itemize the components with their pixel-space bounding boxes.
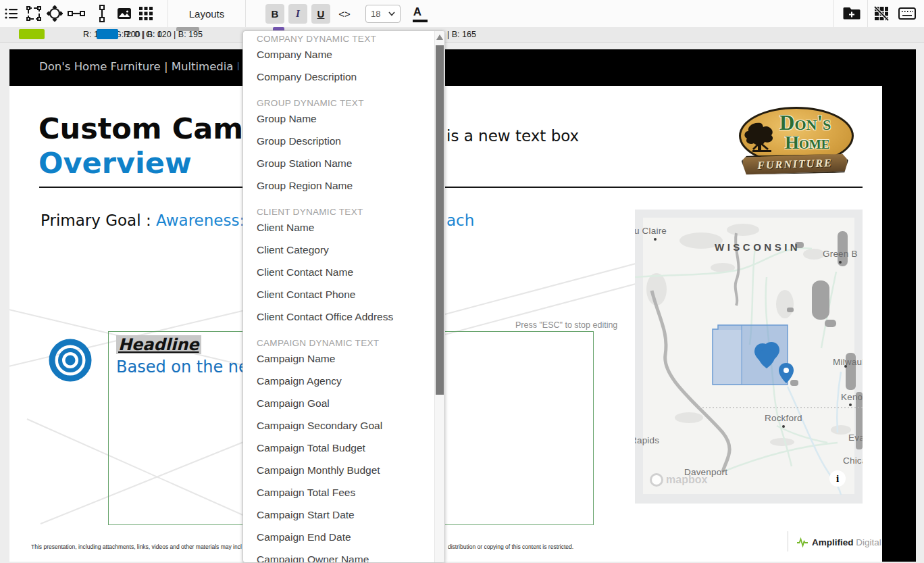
map-city-label: Green B bbox=[823, 249, 858, 259]
keyboard-icon[interactable] bbox=[898, 5, 916, 22]
bold-button[interactable]: B bbox=[265, 4, 284, 24]
add-folder-icon[interactable] bbox=[843, 5, 861, 22]
text-color-glyph: A bbox=[413, 5, 422, 19]
toolbar-separator bbox=[867, 0, 868, 27]
slide-header-title: Don's Home Furniture | Multimedia Mark bbox=[39, 60, 238, 73]
dropdown-section-header: GROUP DYNAMIC TEXT bbox=[257, 96, 432, 111]
tree-icon bbox=[743, 122, 781, 154]
dropdown-section-header: CLIENT DYNAMIC TEXT bbox=[257, 205, 432, 220]
map-state-label: WISCONSIN bbox=[715, 241, 800, 253]
color-swatch-blue[interactable] bbox=[97, 29, 118, 39]
dropdown-item[interactable]: Campaign Monthly Budget bbox=[257, 463, 432, 478]
dons-home-furniture-logo: Don's Home FURNITURE bbox=[738, 107, 854, 177]
amplified-digital-brand: Amplified Digital bbox=[797, 537, 881, 547]
toolbar-separator bbox=[245, 0, 246, 27]
toolbar-separator bbox=[833, 0, 834, 27]
logo-text-furniture: FURNITURE bbox=[757, 157, 833, 172]
new-textbox-text[interactable]: is a new text box bbox=[446, 127, 579, 145]
chevron-down-icon bbox=[388, 11, 395, 16]
dropdown-item[interactable]: Campaign Start Date bbox=[257, 508, 432, 522]
title-divider-line bbox=[39, 187, 863, 188]
scroll-up-arrow-icon[interactable] bbox=[436, 34, 443, 40]
map-city-label: Kenosha bbox=[841, 392, 863, 402]
mapbox-attribution[interactable]: mapbox bbox=[650, 473, 707, 487]
map-city-label: Evanston bbox=[848, 433, 863, 443]
map-city-dot bbox=[654, 238, 657, 241]
italic-button[interactable]: I bbox=[288, 4, 307, 24]
logo-text-dons: Don's bbox=[779, 111, 831, 135]
pulse-icon bbox=[797, 537, 808, 547]
dropdown-item[interactable]: Campaign Total Fees bbox=[257, 485, 432, 500]
text-color-bar bbox=[413, 20, 428, 22]
dropdown-item[interactable]: Group Name bbox=[257, 112, 432, 126]
dropdown-item[interactable]: Company Name bbox=[257, 47, 432, 62]
footer-disclaimer-right: distribution or copying of this content … bbox=[448, 543, 573, 550]
dropdown-item[interactable]: Client Category bbox=[257, 243, 432, 258]
brand-name-light: Digital bbox=[856, 537, 881, 547]
color-info-bar: R: 150 | G: 200 | B: 0 R: 0 | G: 120 | B… bbox=[0, 27, 924, 43]
slide-right-band bbox=[882, 49, 916, 562]
color-swatch-label-partial: | B: 165 bbox=[447, 30, 476, 39]
grid-dots-icon[interactable] bbox=[137, 5, 155, 22]
map-city-label: Rapids bbox=[635, 435, 659, 445]
map-city-label: Milwaukee bbox=[833, 357, 863, 367]
map-city-dot bbox=[839, 261, 842, 264]
dropdown-item[interactable]: Client Contact Name bbox=[257, 265, 432, 280]
brand-name-bold: Amplified bbox=[812, 537, 854, 547]
primary-goal-value-fragment: ach bbox=[446, 212, 474, 229]
dropdown-item[interactable]: Campaign Name bbox=[257, 351, 432, 366]
target-bullseye-icon bbox=[49, 339, 92, 382]
brand-divider bbox=[788, 531, 788, 552]
dropdown-item[interactable]: Campaign Total Budget bbox=[257, 441, 432, 456]
dropdown-item[interactable]: Group Description bbox=[257, 134, 432, 149]
dropdown-item[interactable]: Campaign Secondary Goal bbox=[257, 418, 432, 433]
map-city-label: Rockford bbox=[765, 413, 802, 423]
dynamic-text-dropdown: COMPANY DYNAMIC TEXTCompany NameCompany … bbox=[242, 30, 445, 563]
layouts-button[interactable]: Layouts bbox=[177, 4, 236, 23]
grid-off-icon[interactable] bbox=[873, 5, 890, 22]
map-city-dot bbox=[844, 365, 847, 368]
mapbox-logo-icon bbox=[650, 473, 663, 487]
bulleted-list-icon[interactable] bbox=[3, 5, 20, 22]
logo-ribbon: FURNITURE bbox=[742, 152, 849, 176]
region-map[interactable]: WISCONSINEau ClaireGreen BMilwaukeeKenos… bbox=[635, 210, 863, 504]
map-info-button[interactable]: i bbox=[829, 470, 846, 487]
main-toolbar: Layouts B I U <> 18 A bbox=[0, 0, 924, 28]
dropdown-scrollbar[interactable] bbox=[434, 31, 444, 562]
slide-title-line2: Overview bbox=[38, 146, 192, 180]
horizontal-line-icon[interactable] bbox=[68, 5, 85, 22]
code-button[interactable]: <> bbox=[335, 4, 354, 24]
font-size-select[interactable]: 18 bbox=[365, 5, 401, 23]
image-icon[interactable] bbox=[116, 5, 133, 22]
dropdown-item[interactable]: Company Description bbox=[257, 70, 432, 84]
vertical-line-icon[interactable] bbox=[93, 5, 111, 22]
anchor-points-icon[interactable] bbox=[46, 5, 63, 22]
underline-button[interactable]: U bbox=[311, 4, 330, 24]
logo-text-home: Home bbox=[785, 132, 829, 153]
hidden-element-sliver bbox=[176, 27, 199, 31]
dropdown-section-header: COMPANY DYNAMIC TEXT bbox=[257, 32, 432, 47]
color-swatch-green[interactable] bbox=[19, 29, 45, 39]
font-size-value: 18 bbox=[371, 9, 380, 19]
dropdown-item[interactable]: Campaign Goal bbox=[257, 396, 432, 411]
text-color-button[interactable]: A bbox=[409, 4, 426, 24]
mapbox-wordmark: mapbox bbox=[666, 474, 707, 486]
color-swatch-label: R: 0 | G: 120 | B: 195 bbox=[124, 30, 203, 39]
dropdown-item[interactable]: Campaign End Date bbox=[257, 530, 432, 545]
dropdown-item[interactable]: Client Contact Phone bbox=[257, 287, 432, 302]
map-city-dot bbox=[782, 425, 785, 428]
transform-frame-icon[interactable] bbox=[25, 5, 43, 22]
dropdown-section-header: CAMPAIGN DYNAMIC TEXT bbox=[257, 336, 432, 351]
dropdown-item[interactable]: Client Contact Office Address bbox=[257, 310, 432, 324]
dropdown-item[interactable]: Campaign Agency bbox=[257, 374, 432, 389]
dropdown-item[interactable]: Group Station Name bbox=[257, 156, 432, 171]
scrollbar-thumb[interactable] bbox=[436, 45, 444, 395]
dropdown-item[interactable]: Client Name bbox=[257, 220, 432, 235]
toolbar-separator bbox=[168, 0, 168, 27]
primary-goal-line[interactable]: Primary Goal : Awareness: Cre bbox=[41, 212, 276, 229]
map-city-label: Chicago bbox=[843, 456, 863, 466]
map-city-label: Eau Claire bbox=[635, 226, 667, 236]
esc-hint-text: Press "ESC" to stop editing bbox=[515, 320, 617, 330]
dropdown-item[interactable]: Campaign Owner Name bbox=[257, 552, 432, 563]
dropdown-item[interactable]: Group Region Name bbox=[257, 178, 432, 193]
